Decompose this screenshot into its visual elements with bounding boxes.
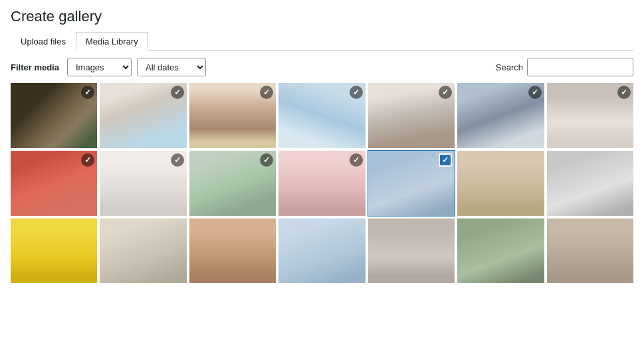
tab-upload-files[interactable]: Upload files — [11, 32, 76, 51]
media-thumbnail — [189, 218, 276, 284]
media-item[interactable] — [368, 218, 455, 284]
check-badge: ✓ — [350, 153, 363, 167]
media-item[interactable]: ✓ — [11, 83, 97, 148]
search-area: Search — [496, 58, 633, 76]
media-item[interactable]: ✓ — [100, 83, 186, 148]
media-thumbnail — [368, 218, 455, 284]
search-input[interactable] — [527, 58, 633, 76]
media-thumbnail — [100, 218, 186, 284]
filter-type-select[interactable]: Images Audio Video — [67, 58, 132, 76]
media-item[interactable] — [100, 218, 186, 284]
check-badge: ✓ — [528, 86, 542, 99]
check-badge: ✓ — [171, 86, 184, 99]
check-badge: ✓ — [350, 86, 363, 99]
check-badge: ✓ — [439, 86, 452, 99]
media-thumbnail — [457, 151, 544, 216]
page-title: Create gallery — [11, 8, 633, 25]
media-item[interactable]: ✓ — [368, 83, 455, 148]
media-item[interactable]: ✓ — [189, 83, 276, 148]
media-item[interactable] — [547, 218, 633, 284]
media-thumbnail — [547, 151, 633, 216]
check-badge: ✓ — [617, 86, 631, 99]
media-item[interactable]: ✓ — [100, 151, 186, 216]
filter-label: Filter media — [11, 62, 59, 72]
media-item[interactable] — [547, 151, 633, 216]
media-grid: ✓✓✓✓✓✓✓✓✓✓✓✓ — [11, 83, 633, 283]
media-item[interactable]: ✓ — [547, 83, 633, 148]
media-item[interactable]: ✓ — [189, 151, 276, 216]
media-item[interactable]: ✓ — [11, 151, 97, 216]
filter-bar: Filter media Images Audio Video All date… — [11, 58, 633, 76]
media-item[interactable] — [11, 218, 97, 284]
check-badge: ✓ — [260, 153, 273, 167]
tab-media-library[interactable]: Media Library — [76, 32, 148, 51]
media-item[interactable]: ✓ — [278, 151, 365, 216]
search-label: Search — [496, 62, 523, 72]
media-thumbnail — [11, 218, 97, 284]
media-thumbnail — [457, 218, 544, 284]
media-item[interactable] — [457, 218, 544, 284]
main-container: Create gallery Upload files Media Librar… — [0, 0, 644, 283]
filter-date-select[interactable]: All dates 2024 2023 2022 — [137, 58, 206, 76]
check-badge: ✓ — [439, 153, 452, 167]
media-item[interactable] — [457, 151, 544, 216]
check-badge: ✓ — [171, 153, 184, 167]
media-thumbnail — [278, 218, 365, 284]
media-item[interactable] — [189, 218, 276, 284]
media-item[interactable]: ✓ — [368, 151, 455, 216]
media-item[interactable]: ✓ — [278, 83, 365, 148]
media-thumbnail — [547, 218, 633, 284]
media-item[interactable]: ✓ — [457, 83, 544, 148]
media-item[interactable] — [278, 218, 365, 284]
tab-bar: Upload files Media Library — [11, 32, 633, 51]
